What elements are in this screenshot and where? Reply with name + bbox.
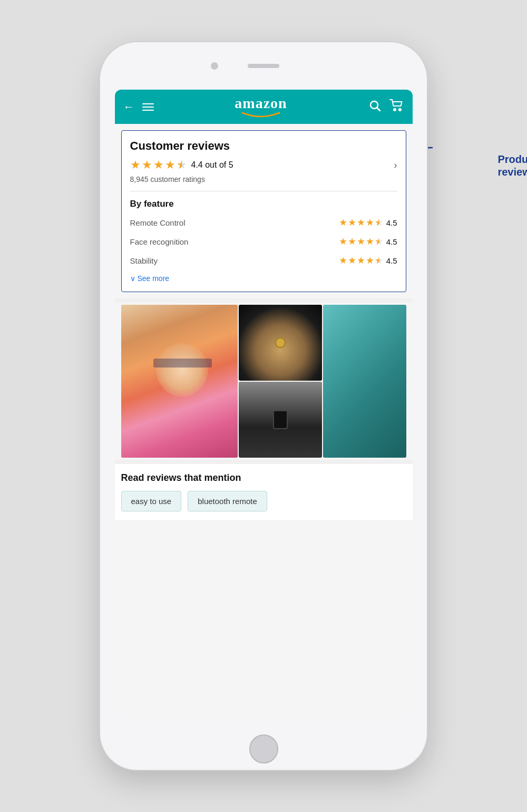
star-3: ★: [153, 158, 164, 172]
overall-rating-value: 4.4 out of 5: [191, 160, 233, 170]
reviews-title: Customer reviews: [130, 139, 397, 153]
read-reviews-section: Read reviews that mention easy to use bl…: [115, 464, 413, 520]
fs-star-3: ★: [357, 255, 365, 266]
star-2: ★: [142, 158, 152, 172]
feature-row-stability[interactable]: Stability ★ ★ ★ ★ ★ ★ 4.5: [130, 255, 397, 266]
phone-speaker: [248, 64, 279, 68]
amazon-smile-icon: [240, 111, 282, 118]
feature-name-remote: Remote Control: [130, 218, 220, 227]
svg-point-5: [399, 109, 401, 111]
content-area: Customer reviews ★ ★ ★ ★ ★ ★ 4.4: [115, 124, 413, 717]
ff-star-5-half: ★ ★: [375, 236, 383, 247]
rating-chevron[interactable]: ›: [394, 160, 397, 171]
page-wrapper: Productreviews ← amazon: [0, 0, 527, 812]
review-tags: easy to use bluetooth remote: [121, 491, 406, 511]
ff-star-2: ★: [348, 236, 356, 247]
f-star-2: ★: [348, 217, 356, 228]
section-divider-2: [115, 460, 413, 464]
feature-stars-stability: ★ ★ ★ ★ ★ ★: [339, 255, 383, 266]
feature-name-face: Face recognition: [130, 237, 220, 246]
phone-bottom: [249, 728, 278, 770]
phone-screen: ← amazon: [115, 90, 413, 717]
star-1: ★: [130, 158, 141, 172]
feature-stars-remote: ★ ★ ★ ★ ★ ★: [339, 217, 383, 228]
ff-star-4: ★: [366, 236, 374, 247]
photo-right-column: [239, 305, 322, 458]
photo-main[interactable]: [121, 305, 238, 458]
photo-far-right[interactable]: [323, 305, 406, 458]
overall-stars: ★ ★ ★ ★ ★ ★: [130, 158, 187, 172]
feature-rating-stability: 4.5: [386, 256, 397, 265]
device-dot: [275, 337, 286, 348]
feature-name-stability: Stability: [130, 256, 220, 265]
by-feature-title: By feature: [130, 199, 397, 209]
feature-rating-remote: 4.5: [386, 218, 397, 227]
menu-line-3: [142, 110, 154, 111]
fs-star-2: ★: [348, 255, 356, 266]
photo-device-top[interactable]: [239, 305, 322, 381]
menu-line-2: [142, 107, 154, 108]
svg-line-3: [377, 108, 380, 111]
amazon-logo-text: amazon: [235, 96, 287, 111]
read-reviews-title: Read reviews that mention: [121, 472, 406, 484]
star-5-half: ★ ★: [177, 158, 187, 172]
f-star-5-half: ★ ★: [375, 217, 383, 228]
star-4: ★: [165, 158, 175, 172]
device-top-content: [239, 305, 322, 381]
feature-row-face[interactable]: Face recognition ★ ★ ★ ★ ★ ★ 4.5: [130, 236, 397, 247]
section-divider-1: [115, 298, 413, 303]
phone-top: [100, 42, 427, 90]
overall-rating-row: ★ ★ ★ ★ ★ ★ 4.4 out of 5 ›: [130, 158, 397, 172]
search-button[interactable]: [368, 99, 381, 115]
photo-grid: [115, 305, 413, 458]
f-star-1: ★: [339, 217, 347, 228]
tag-easy-to-use[interactable]: easy to use: [121, 491, 182, 511]
teal-content: [323, 305, 406, 458]
reviews-divider: [130, 191, 397, 191]
feature-stars-face: ★ ★ ★ ★ ★ ★: [339, 236, 383, 247]
header-icons: [368, 99, 404, 115]
f-star-3: ★: [357, 217, 365, 228]
fs-star-1: ★: [339, 255, 347, 266]
annotation-label: Productreviews: [497, 153, 527, 178]
phone-shell: ← amazon: [100, 42, 427, 770]
amazon-logo: amazon: [161, 96, 361, 118]
feature-row-remote[interactable]: Remote Control ★ ★ ★ ★ ★ ★ 4.5: [130, 217, 397, 228]
ff-star-1: ★: [339, 236, 347, 247]
amazon-header: ← amazon: [115, 90, 413, 124]
home-button[interactable]: [249, 734, 278, 763]
ff-star-3: ★: [357, 236, 365, 247]
cart-button[interactable]: [389, 99, 404, 115]
photo-person-content: [121, 305, 238, 458]
device-slot: [273, 410, 288, 429]
feature-rating-face: 4.5: [386, 237, 397, 246]
fs-star-4: ★: [366, 255, 374, 266]
photo-device-bottom[interactable]: [239, 382, 322, 458]
svg-point-4: [394, 109, 396, 111]
see-more-link[interactable]: ∨ See more: [130, 274, 170, 283]
customer-ratings-count: 8,945 customer ratings: [130, 175, 397, 183]
menu-line-1: [142, 103, 154, 104]
tag-bluetooth-remote[interactable]: bluetooth remote: [188, 491, 267, 511]
reviews-card: Customer reviews ★ ★ ★ ★ ★ ★ 4.4: [121, 130, 406, 292]
device-bottom-content: [239, 382, 322, 458]
f-star-4: ★: [366, 217, 374, 228]
menu-button[interactable]: [142, 103, 154, 111]
phone-camera: [211, 62, 218, 70]
fs-star-5-half: ★ ★: [375, 255, 383, 266]
back-button[interactable]: ←: [123, 100, 135, 114]
